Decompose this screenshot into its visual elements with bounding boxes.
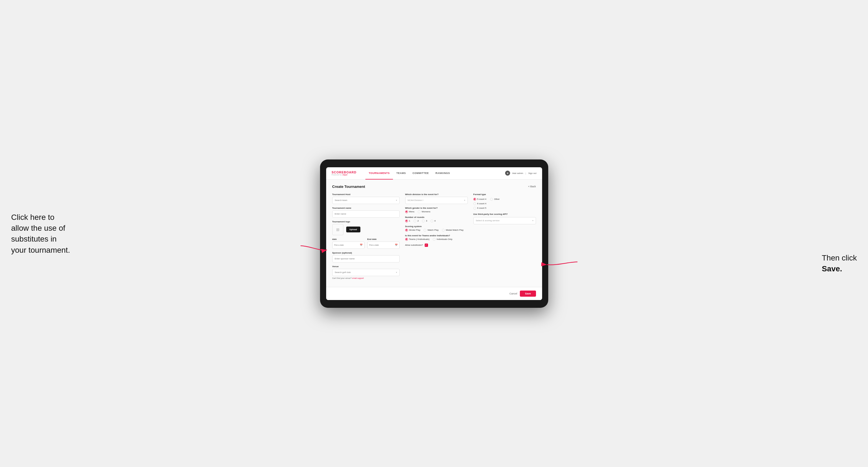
division-value: NCAA Division I bbox=[408, 199, 423, 201]
rounds-4-label: 4 bbox=[434, 220, 436, 222]
scoring-medal-radio[interactable] bbox=[442, 229, 445, 231]
email-support-link[interactable]: email support bbox=[352, 277, 364, 279]
format-6count5-option[interactable]: 6 count 5 bbox=[473, 207, 487, 210]
format-type-section: Format type 5 count 4 Other bbox=[473, 193, 536, 210]
scoring-match-radio[interactable] bbox=[424, 229, 426, 231]
rounds-4-radio[interactable] bbox=[431, 220, 433, 222]
end-date-input[interactable]: 📅 bbox=[367, 242, 400, 249]
scoring-service-select[interactable]: Select & scoring service ▾ bbox=[473, 217, 536, 224]
tournament-logo-label: Tournament logo bbox=[332, 220, 400, 223]
format-5count4-label: 5 count 4 bbox=[477, 198, 487, 200]
screen: SCOREBOARD Powered by clippd TOURNAMENTS… bbox=[326, 167, 542, 300]
start-date-text-input[interactable] bbox=[334, 244, 359, 246]
nav-item-rankings[interactable]: RANKINGS bbox=[432, 167, 453, 180]
scoring-api-label: Use third-party live scoring API? bbox=[473, 213, 536, 215]
annotation-right-text2: Save. bbox=[822, 264, 842, 273]
form-grid: Tournament Host ▾ Tournament name bbox=[332, 193, 536, 282]
substitutes-field: Allow substitutes? ✓ bbox=[405, 244, 468, 247]
rounds-1-radio[interactable] bbox=[405, 220, 408, 222]
page-content: Create Tournament < Back Tournament Host… bbox=[326, 180, 542, 287]
substitutes-checkbox[interactable]: ✓ bbox=[425, 244, 428, 247]
tournament-name-text-input[interactable] bbox=[335, 213, 397, 215]
format-6count4-radio[interactable] bbox=[473, 202, 476, 205]
nav-item-teams[interactable]: TEAMS bbox=[393, 167, 409, 180]
format-other-radio[interactable] bbox=[490, 198, 493, 201]
format-row-3: 6 count 5 bbox=[473, 207, 536, 210]
rounds-3-label: 3 bbox=[426, 220, 427, 222]
chevron-down-icon-venue: ▾ bbox=[396, 271, 397, 274]
rounds-2-option[interactable]: 2 bbox=[413, 220, 418, 222]
division-field: Which division is the event for? NCAA Di… bbox=[405, 193, 468, 204]
tournament-host-field: Tournament Host ▾ bbox=[332, 193, 400, 204]
tournament-host-text-input[interactable] bbox=[335, 199, 396, 201]
scoring-radio-row: Stroke Play Match Play Medal Match Play bbox=[405, 229, 468, 231]
sponsor-text-input[interactable] bbox=[335, 257, 397, 260]
logo-placeholder-icon: ⊞ bbox=[332, 224, 343, 235]
start-date-label: date bbox=[332, 238, 365, 241]
annotation-right: Then click Save. bbox=[822, 252, 857, 274]
sponsor-input[interactable] bbox=[332, 255, 400, 262]
gender-mens-option[interactable]: Mens bbox=[405, 210, 415, 213]
format-other-option[interactable]: Other bbox=[490, 198, 500, 201]
gender-mens-radio[interactable] bbox=[405, 210, 408, 213]
sign-out-link[interactable]: Sign out bbox=[528, 172, 536, 175]
logo-scoreboard: SCOREBOARD bbox=[332, 170, 356, 174]
cancel-button[interactable]: Cancel bbox=[509, 292, 517, 295]
arrow-right-icon bbox=[544, 258, 580, 272]
chevron-down-icon-scoring: ▾ bbox=[532, 220, 533, 222]
venue-field: Venue ▾ Can't find your venue? email sup… bbox=[332, 265, 400, 279]
nav-user: B blair admin | Sign out bbox=[505, 170, 536, 176]
rounds-3-radio[interactable] bbox=[422, 220, 425, 222]
scoring-service-placeholder: Select & scoring service bbox=[476, 219, 500, 222]
nav-bar: SCOREBOARD Powered by clippd TOURNAMENTS… bbox=[326, 167, 542, 180]
end-date-text-input[interactable] bbox=[369, 244, 394, 246]
scoring-stroke-radio[interactable] bbox=[405, 229, 408, 231]
venue-input[interactable]: ▾ bbox=[332, 269, 400, 276]
event-type-teams-option[interactable]: Teams (+Individuals) bbox=[405, 238, 430, 241]
format-row-2: 6 count 4 bbox=[473, 202, 536, 205]
nav-item-committee[interactable]: COMMITTEE bbox=[409, 167, 432, 180]
event-type-individuals-radio[interactable] bbox=[433, 238, 436, 241]
rounds-4-option[interactable]: 4 bbox=[431, 220, 436, 222]
save-button[interactable]: Save bbox=[520, 290, 536, 297]
tournament-name-input[interactable] bbox=[332, 210, 400, 218]
gender-radio-row: Mens Womens bbox=[405, 210, 468, 213]
annotation-right-text1: Then click bbox=[822, 253, 857, 262]
event-type-label: Is this event for Teams and/or Individua… bbox=[405, 234, 468, 237]
format-6count5-label: 6 count 5 bbox=[477, 207, 487, 209]
gender-womens-radio[interactable] bbox=[418, 210, 421, 213]
format-6count4-option[interactable]: 6 count 4 bbox=[473, 202, 487, 205]
start-date-input[interactable]: 📅 bbox=[332, 242, 365, 249]
calendar-icon-end: 📅 bbox=[395, 244, 398, 246]
rounds-field: Number of rounds 1 2 bbox=[405, 216, 468, 222]
chevron-down-icon: ▾ bbox=[396, 199, 397, 201]
scoring-stroke-option[interactable]: Stroke Play bbox=[405, 229, 421, 231]
page-header: Create Tournament < Back bbox=[332, 185, 536, 189]
logo-area: SCOREBOARD Powered by clippd bbox=[332, 170, 356, 176]
event-type-teams-radio[interactable] bbox=[405, 238, 408, 241]
division-select[interactable]: NCAA Division I ▾ bbox=[405, 197, 468, 204]
format-5count4-option[interactable]: 5 count 4 bbox=[473, 198, 487, 201]
venue-label: Venue bbox=[332, 265, 400, 268]
gender-womens-option[interactable]: Womens bbox=[418, 210, 430, 213]
rounds-1-option[interactable]: 1 bbox=[405, 220, 410, 222]
tournament-host-input[interactable]: ▾ bbox=[332, 197, 400, 204]
tournament-logo-field: Tournament logo ⊞ Upload bbox=[332, 220, 400, 235]
rounds-2-radio[interactable] bbox=[413, 220, 416, 222]
event-type-individuals-label: Individuals Only bbox=[437, 238, 452, 241]
scoring-match-option[interactable]: Match Play bbox=[424, 229, 439, 231]
format-6count5-radio[interactable] bbox=[473, 207, 476, 210]
scoring-system-field: Scoring system Stroke Play Match Play bbox=[405, 225, 468, 231]
division-label: Which division is the event for? bbox=[405, 193, 468, 196]
rounds-3-option[interactable]: 3 bbox=[422, 220, 427, 222]
scoring-medal-option[interactable]: Medal Match Play bbox=[442, 229, 464, 231]
event-type-individuals-option[interactable]: Individuals Only bbox=[433, 238, 452, 241]
venue-text-input[interactable] bbox=[335, 271, 396, 274]
nav-item-tournaments[interactable]: TOURNAMENTS bbox=[365, 167, 393, 180]
format-5count4-radio[interactable] bbox=[473, 198, 476, 201]
chevron-down-icon-division: ▾ bbox=[464, 199, 465, 201]
back-button[interactable]: < Back bbox=[528, 185, 536, 188]
upload-button[interactable]: Upload bbox=[346, 226, 361, 232]
scoring-api-section: Use third-party live scoring API? Select… bbox=[473, 213, 536, 224]
rounds-1-label: 1 bbox=[409, 220, 410, 222]
